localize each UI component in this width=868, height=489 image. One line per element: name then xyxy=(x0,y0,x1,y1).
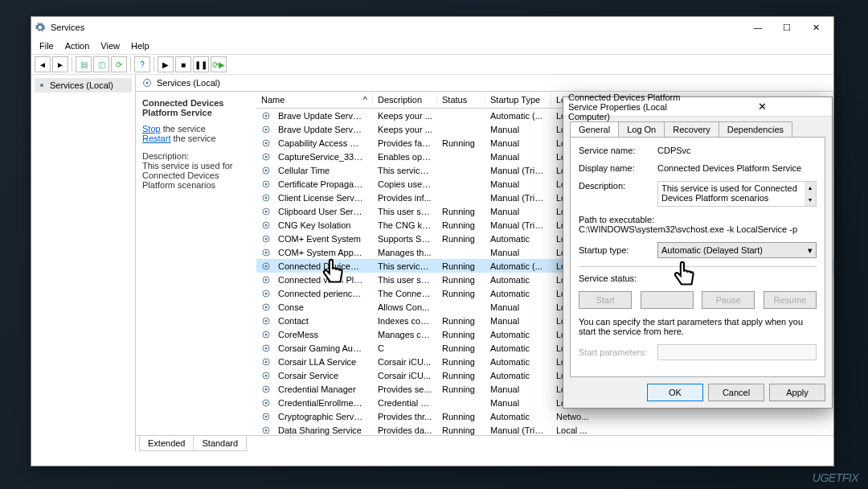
menu-action[interactable]: Action xyxy=(60,39,95,52)
start-params-input xyxy=(657,344,817,360)
apply-button[interactable]: Apply xyxy=(769,384,825,401)
desc-text: This service is used for Connected Devic… xyxy=(142,161,250,190)
svg-point-40 xyxy=(265,360,268,363)
menu-help[interactable]: Help xyxy=(126,39,154,52)
separator xyxy=(72,57,72,72)
svg-point-2 xyxy=(146,82,149,84)
center-header: Services (Local) xyxy=(136,75,833,92)
svg-point-8 xyxy=(265,142,268,144)
close-button[interactable]: ✕ xyxy=(698,101,827,113)
tool-grid[interactable]: ▤ xyxy=(76,56,92,72)
menu-view[interactable]: View xyxy=(96,39,125,52)
label-display-name: Display name: xyxy=(579,163,657,173)
tool-help[interactable]: ? xyxy=(134,56,150,72)
svg-point-16 xyxy=(265,196,268,199)
toolbar: ◄ ► ▤ ◫ ⟳ ? ▶ ■ ❚❚ ⟳▶ xyxy=(31,54,833,75)
value-description: This service is used for Connected Devic… xyxy=(657,181,817,207)
menubar: File Action View Help xyxy=(31,38,833,54)
svg-point-4 xyxy=(265,114,268,117)
table-row[interactable]: Data Sharing ServiceProvides da...Runnin… xyxy=(256,423,833,435)
value-service-name: CDPSvc xyxy=(657,146,817,155)
table-row[interactable]: Cryptographic ServicesProvides thr...Run… xyxy=(256,409,833,423)
svg-point-24 xyxy=(265,251,268,253)
svg-point-46 xyxy=(265,401,268,404)
minimize-button[interactable]: — xyxy=(743,18,772,36)
svg-point-50 xyxy=(265,429,268,431)
stop-button[interactable] xyxy=(641,291,694,309)
label-path: Path to executable: xyxy=(579,215,817,224)
gear-icon xyxy=(142,78,152,88)
resume-button[interactable]: Resume xyxy=(764,291,817,309)
svg-point-34 xyxy=(265,319,268,322)
svg-point-0 xyxy=(40,84,43,87)
pause-button[interactable]: Pause xyxy=(702,291,755,309)
label-service-name: Service name: xyxy=(579,146,657,155)
tab-extended[interactable]: Extended xyxy=(139,436,194,451)
close-button[interactable]: ✕ xyxy=(801,18,830,36)
tab-dependencies[interactable]: Dependencies xyxy=(719,121,792,137)
titlebar[interactable]: Services — ☐ ✕ xyxy=(31,17,833,38)
svg-point-10 xyxy=(265,155,268,158)
gear-icon xyxy=(35,22,46,33)
separator xyxy=(154,57,154,72)
menu-file[interactable]: File xyxy=(35,39,59,52)
svg-point-42 xyxy=(265,374,268,376)
tool-pause[interactable]: ❚❚ xyxy=(193,56,209,72)
label-description: Description: xyxy=(579,181,657,191)
scroll-up-icon[interactable]: ▴ xyxy=(805,182,816,194)
label-start-params: Start parameters: xyxy=(579,347,657,357)
scroll-down-icon[interactable]: ▾ xyxy=(805,194,816,206)
maximize-button[interactable]: ☐ xyxy=(772,18,801,36)
svg-point-20 xyxy=(265,224,268,226)
tree-services-local[interactable]: Services (Local) xyxy=(35,78,132,92)
tab-logon[interactable]: Log On xyxy=(618,121,665,137)
gear-icon xyxy=(37,80,47,90)
chevron-down-icon: ▾ xyxy=(808,245,813,256)
svg-point-38 xyxy=(265,347,268,349)
tool-restart[interactable]: ⟳▶ xyxy=(211,56,227,72)
col-startup[interactable]: Startup Type xyxy=(485,92,551,108)
svg-point-28 xyxy=(265,278,268,281)
ok-button[interactable]: OK xyxy=(647,384,703,401)
tool-start[interactable]: ▶ xyxy=(158,56,174,72)
window-title: Services xyxy=(51,23,743,32)
dialog-titlebar[interactable]: Connected Devices Platform Service Prope… xyxy=(563,97,832,117)
dialog-title: Connected Devices Platform Service Prope… xyxy=(568,92,698,121)
tool-props[interactable]: ◫ xyxy=(93,56,109,72)
svg-point-18 xyxy=(265,210,268,212)
col-status[interactable]: Status xyxy=(437,92,485,108)
stop-link[interactable]: Stop xyxy=(142,124,161,134)
label-startup-type: Startup type: xyxy=(579,245,657,255)
desc-label: Description: xyxy=(142,151,250,161)
tool-refresh[interactable]: ⟳ xyxy=(111,56,127,72)
col-description[interactable]: Description xyxy=(373,92,437,108)
bottom-tabs: Extended Standard xyxy=(136,435,833,451)
svg-point-44 xyxy=(265,388,268,390)
left-tree: Services (Local) xyxy=(31,75,136,451)
tool-forward[interactable]: ► xyxy=(52,56,68,72)
tool-back[interactable]: ◄ xyxy=(35,56,51,72)
svg-point-22 xyxy=(265,237,268,240)
restart-link[interactable]: Restart xyxy=(142,134,170,143)
tab-general[interactable]: General xyxy=(570,121,619,137)
svg-point-32 xyxy=(265,306,268,308)
svg-point-30 xyxy=(265,292,268,294)
tool-stop[interactable]: ■ xyxy=(175,56,191,72)
svg-point-12 xyxy=(265,169,268,171)
tab-standard[interactable]: Standard xyxy=(193,436,247,451)
svg-point-36 xyxy=(265,333,268,335)
properties-dialog: Connected Devices Platform Service Prope… xyxy=(563,97,833,409)
svg-point-26 xyxy=(265,265,268,267)
cancel-button[interactable]: Cancel xyxy=(708,384,764,401)
selected-service-name: Connected Devices Platform Service xyxy=(142,98,250,117)
svg-point-14 xyxy=(265,183,268,185)
col-name[interactable]: Name^ xyxy=(256,92,373,108)
start-button[interactable]: Start xyxy=(579,291,632,309)
tab-recovery[interactable]: Recovery xyxy=(664,121,719,137)
separator xyxy=(130,57,131,72)
service-details-pane: Connected Devices Platform Service Stop … xyxy=(136,92,256,435)
svg-point-6 xyxy=(265,128,268,130)
note-text: You can specify the start parameters tha… xyxy=(579,317,817,336)
startup-type-select[interactable]: Automatic (Delayed Start) ▾ xyxy=(657,242,817,258)
watermark: UGETFIX xyxy=(813,471,858,484)
